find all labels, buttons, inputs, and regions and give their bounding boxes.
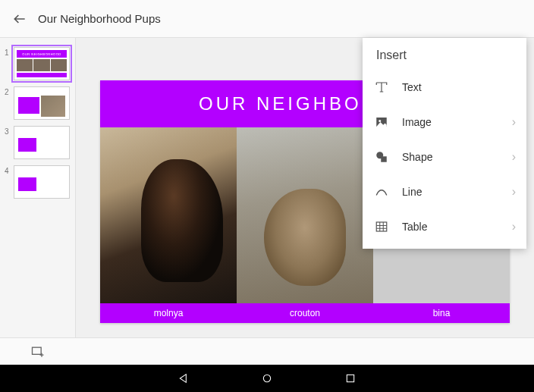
shape-icon [373,149,390,165]
svg-point-1 [379,120,381,122]
slide-image[interactable] [237,127,373,303]
android-recents-button[interactable] [343,371,358,386]
menu-item-label: Image [402,116,512,128]
slide-number: 4 [5,165,14,175]
bottom-toolbar [0,337,534,365]
slide-caption[interactable]: molnya [100,303,237,323]
insert-image-item[interactable]: Image › [363,105,526,140]
insert-shape-item[interactable]: Shape › [363,140,526,174]
insert-menu: Insert Text Image › Shape › [363,38,526,249]
slide-caption[interactable]: crouton [237,303,373,323]
android-navbar [0,365,534,392]
slide-thumbnail[interactable]: 1 OUR NEIGHBORHOOD [0,44,75,83]
slide-number: 2 [5,86,14,96]
image-icon [373,114,390,130]
slide-caption[interactable]: bina [373,303,510,323]
slide-caption-bar: molnya crouton bina [100,303,510,323]
triangle-back-icon [177,372,190,384]
menu-item-label: Table [402,221,512,233]
thumbnail-preview: OUR NEIGHBORHOOD [14,47,70,80]
circle-home-icon [261,372,273,384]
menu-item-label: Text [402,81,516,93]
new-slide-button[interactable] [30,344,46,359]
slide-image[interactable] [100,127,237,303]
thumbnail-preview [14,165,70,199]
thumbnail-preview [14,86,70,120]
slide-thumbnail[interactable]: 2 [0,83,75,123]
insert-menu-title: Insert [363,38,526,70]
svg-rect-7 [347,375,353,381]
menu-item-label: Shape [402,151,512,163]
menu-item-label: Line [402,186,512,198]
chevron-right-icon: › [512,150,516,164]
android-back-button[interactable] [176,371,191,386]
document-title: Our Neighborhood Pups [38,12,161,25]
insert-text-item[interactable]: Text [363,70,526,105]
slide-thumbnail-panel: 1 OUR NEIGHBORHOOD 2 3 [0,38,76,337]
insert-table-item[interactable]: Table › [363,209,526,244]
text-icon [373,79,390,96]
insert-line-item[interactable]: Line › [363,174,526,209]
arrow-left-icon [12,11,27,27]
square-recents-icon [344,372,357,384]
chevron-right-icon: › [512,220,516,234]
slide-number: 1 [5,47,14,57]
new-slide-icon [30,344,46,359]
topbar: Our Neighborhood Pups [0,0,534,38]
svg-rect-4 [376,222,387,231]
svg-point-6 [263,375,270,381]
slide-number: 3 [5,126,14,136]
thumbnail-preview [14,126,70,159]
svg-rect-3 [381,156,387,162]
back-button[interactable] [11,10,29,28]
chevron-right-icon: › [512,115,516,129]
svg-rect-5 [33,347,42,354]
chevron-right-icon: › [512,185,516,199]
table-icon [373,218,390,235]
line-icon [373,183,390,200]
body: 1 OUR NEIGHBORHOOD 2 3 [0,38,534,337]
slide-thumbnail[interactable]: 4 [0,162,75,202]
slide-thumbnail[interactable]: 3 [0,123,75,162]
android-home-button[interactable] [259,371,275,386]
app-root: Our Neighborhood Pups 1 OUR NEIGHBORHOOD… [0,0,534,392]
